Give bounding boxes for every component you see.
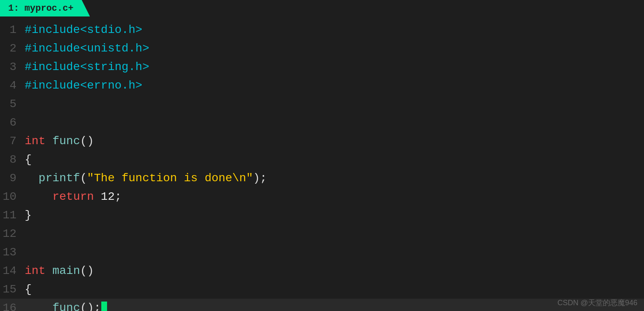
line-content: #include<stdio.h> [25, 21, 644, 39]
token: 12 [101, 190, 115, 203]
code-line-4: 4#include<errno.h> [0, 76, 644, 95]
token: } [25, 209, 32, 222]
line-content: #include<errno.h> [25, 76, 644, 95]
line-number: 13 [0, 243, 25, 262]
token: #include<string.h> [25, 61, 149, 73]
token: () [80, 135, 94, 147]
line-content: { [25, 150, 644, 169]
line-number: 7 [0, 132, 25, 150]
line-number: 3 [0, 58, 25, 76]
token: ); [253, 172, 267, 185]
token: #include<errno.h> [25, 79, 142, 92]
line-number: 2 [0, 39, 25, 58]
line-number: 16 [0, 299, 25, 311]
token [94, 190, 101, 203]
token: func [52, 135, 80, 147]
watermark: CSDN @天堂的恶魔946 [558, 298, 637, 308]
token: "The function is done\n" [87, 172, 253, 185]
line-number: 4 [0, 76, 25, 95]
line-content: return 12; [25, 187, 644, 206]
code-line-8: 8{ [0, 150, 644, 169]
code-line-12: 12 [0, 224, 644, 243]
line-number: 15 [0, 280, 25, 299]
token: #include<stdio.h> [25, 23, 142, 36]
token [25, 172, 39, 185]
code-line-5: 5 [0, 95, 644, 113]
line-number: 14 [0, 262, 25, 280]
line-number: 6 [0, 113, 25, 132]
code-area: 1#include<stdio.h>2#include<unistd.h>3#i… [0, 16, 644, 311]
code-line-10: 10 return 12; [0, 187, 644, 206]
code-line-1: 1#include<stdio.h> [0, 21, 644, 39]
token: { [25, 283, 32, 296]
line-content: #include<unistd.h> [25, 39, 644, 58]
token [25, 302, 52, 311]
token: { [25, 153, 32, 166]
code-line-2: 2#include<unistd.h> [0, 39, 644, 58]
line-number: 9 [0, 169, 25, 187]
code-line-16: 16 func(); [0, 299, 644, 311]
line-content: #include<string.h> [25, 58, 644, 76]
line-number: 10 [0, 187, 25, 206]
line-number: 1 [0, 21, 25, 39]
tab-bar: 1: myproc.c+ [0, 0, 644, 16]
line-number: 12 [0, 224, 25, 243]
editor: 1: myproc.c+ 1#include<stdio.h>2#include… [0, 0, 644, 311]
tab-label: 1: myproc.c+ [8, 3, 73, 14]
token [25, 190, 52, 203]
token: int [25, 135, 45, 147]
token: printf [39, 172, 80, 185]
code-line-6: 6 [0, 113, 644, 132]
line-number: 8 [0, 150, 25, 169]
line-content: func(); [25, 299, 644, 311]
active-tab[interactable]: 1: myproc.c+ [0, 0, 90, 16]
token: main [52, 264, 80, 277]
token: return [52, 190, 94, 203]
code-line-14: 14int main() [0, 262, 644, 280]
token: (); [80, 302, 100, 311]
code-line-15: 15{ [0, 280, 644, 299]
token: ; [114, 190, 121, 203]
line-number: 11 [0, 206, 25, 224]
line-number: 5 [0, 95, 25, 113]
text-cursor [101, 302, 107, 311]
token: ( [80, 172, 87, 185]
code-line-11: 11} [0, 206, 644, 224]
line-content: int func() [25, 132, 644, 150]
token [45, 135, 52, 147]
token: #include<unistd.h> [25, 42, 149, 55]
line-content: } [25, 206, 644, 224]
line-content: { [25, 280, 644, 299]
token: func [52, 302, 80, 311]
code-line-13: 13 [0, 243, 644, 262]
token: () [80, 264, 94, 277]
token: int [25, 264, 45, 277]
code-line-9: 9 printf("The function is done\n"); [0, 169, 644, 187]
token [45, 264, 52, 277]
line-content: printf("The function is done\n"); [25, 169, 644, 187]
code-line-7: 7int func() [0, 132, 644, 150]
code-line-3: 3#include<string.h> [0, 58, 644, 76]
line-content: int main() [25, 262, 644, 280]
